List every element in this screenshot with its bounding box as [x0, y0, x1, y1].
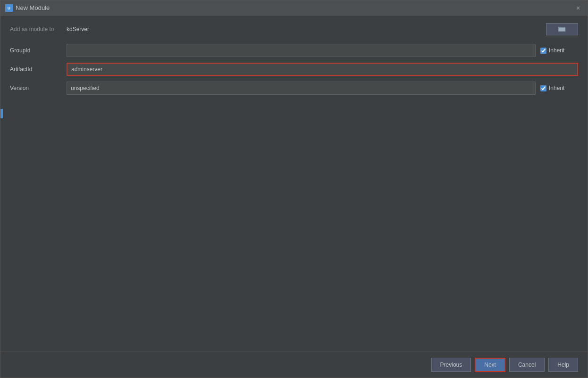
svg-rect-4: [559, 28, 565, 31]
version-input[interactable]: [67, 82, 536, 95]
svg-text:U: U: [8, 6, 10, 10]
group-id-inherit-label: Inherit: [549, 47, 564, 54]
next-button[interactable]: Next: [475, 358, 505, 372]
add-module-value: kdServer: [67, 26, 89, 33]
new-module-dialog: U New Module × Add as module to kdServer: [0, 0, 588, 378]
add-module-row: Add as module to kdServer: [10, 23, 578, 35]
artifact-id-row: ArtifactId: [10, 63, 578, 76]
artifact-id-input[interactable]: [67, 63, 578, 76]
close-button[interactable]: ×: [573, 3, 583, 13]
version-inherit-wrap: Inherit: [540, 85, 578, 91]
previous-button[interactable]: Previous: [431, 358, 471, 372]
group-id-inherit-checkbox[interactable]: [540, 48, 546, 54]
module-browse-button[interactable]: [546, 23, 578, 35]
add-module-label: Add as module to: [10, 26, 62, 33]
group-id-label: GroupId: [10, 47, 62, 54]
version-inherit-checkbox[interactable]: [540, 85, 546, 91]
version-row: Version Inherit: [10, 82, 578, 95]
artifact-id-label: ArtifactId: [10, 66, 62, 73]
folder-icon: [558, 26, 566, 33]
group-id-row: GroupId Inherit: [10, 44, 578, 57]
title-bar-left: U New Module: [5, 4, 50, 12]
title-bar: U New Module ×: [0, 0, 588, 16]
version-inherit-label: Inherit: [549, 85, 564, 91]
cancel-button[interactable]: Cancel: [509, 358, 545, 372]
dialog-footer: Previous Next Cancel Help: [0, 352, 588, 378]
dialog-title: New Module: [16, 4, 50, 11]
version-label: Version: [10, 85, 62, 91]
dialog-icon: U: [5, 4, 13, 12]
group-id-input[interactable]: [67, 44, 536, 57]
help-button[interactable]: Help: [548, 358, 578, 372]
dialog-content: Add as module to kdServer GroupId Inheri…: [0, 16, 588, 191]
group-id-inherit-wrap: Inherit: [540, 47, 578, 54]
left-indicator: [0, 109, 3, 118]
